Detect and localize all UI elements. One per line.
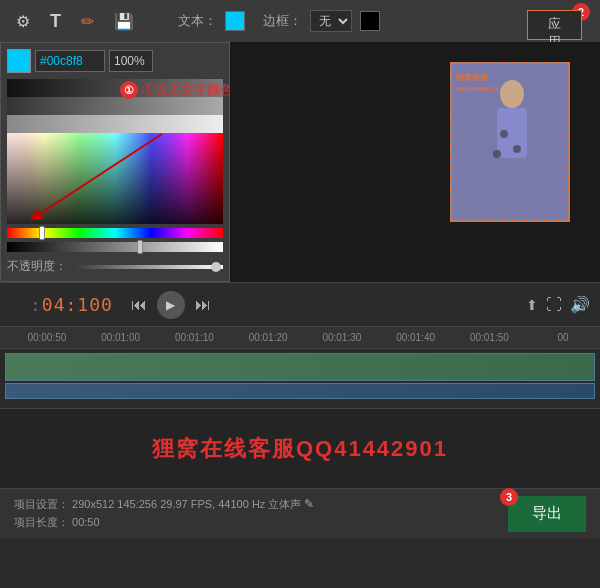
export-icon[interactable]: ⬆ (526, 297, 538, 313)
svg-rect-2 (7, 115, 223, 133)
export-section: 3 导出 (508, 496, 586, 532)
edit-settings-icon[interactable]: ✎ (304, 497, 314, 511)
tick-6: 00:01:40 (379, 332, 453, 343)
save-icon[interactable]: 💾 (108, 8, 140, 35)
status-bar: 项目设置： 290x512 145:256 29.97 FPS, 44100 H… (0, 488, 600, 538)
apply-button[interactable]: 应用 (527, 10, 582, 40)
border-color-swatch[interactable] (360, 11, 380, 31)
svg-point-9 (500, 80, 524, 108)
timeline-ruler: 00:00:50 00:01:00 00:01:10 00:01:20 00:0… (0, 326, 600, 348)
gray-slider[interactable] (7, 242, 223, 252)
text-icon[interactable]: T (44, 7, 67, 36)
project-settings-line: 项目设置： 290x512 145:256 29.97 FPS, 44100 H… (14, 495, 508, 514)
fullscreen-icon[interactable]: ⛶ (546, 296, 562, 314)
opacity-row: 不透明度： (7, 258, 223, 275)
status-info: 项目设置： 290x512 145:256 29.97 FPS, 44100 H… (14, 495, 508, 532)
export-button[interactable]: 导出 (508, 496, 586, 532)
text-label: 文本： (178, 12, 217, 30)
tick-2: 00:01:00 (84, 332, 158, 343)
pen-icon[interactable]: ✏ (75, 8, 100, 35)
skip-forward-button[interactable]: ⏭ (195, 296, 211, 314)
skip-back-button[interactable]: ⏮ (131, 296, 147, 314)
watermark-area: 狸窝在线客服QQ41442901 (0, 408, 600, 488)
project-duration-line: 项目长度： 00:50 (14, 514, 508, 532)
svg-point-14 (493, 150, 501, 158)
watermark-text: 狸窝在线客服QQ41442901 (152, 434, 448, 464)
playback-bar: :04:100 ⏮ ▶ ⏭ ⬆ ⛶ 🔊 (0, 282, 600, 326)
time-separator: : (30, 294, 42, 315)
video-overlay-text: 狸窝家园 ww.leawo.cn (456, 72, 498, 93)
step1-badge: ① (120, 81, 138, 99)
color-gradient[interactable] (7, 79, 223, 224)
video-track (0, 353, 600, 381)
opacity-input[interactable] (109, 50, 153, 72)
opacity-label: 不透明度： (7, 258, 67, 275)
hue-slider[interactable] (7, 228, 223, 238)
border-select[interactable]: 无 (310, 10, 352, 32)
svg-rect-1 (7, 97, 223, 115)
opacity-slider[interactable] (75, 265, 223, 269)
tick-1: 00:00:50 (10, 332, 84, 343)
current-color-swatch[interactable] (7, 49, 31, 73)
timeline-tracks[interactable] (0, 348, 600, 408)
svg-rect-5 (7, 133, 223, 224)
hex-input[interactable] (35, 50, 105, 72)
time-display: :04:100 (30, 294, 113, 315)
toolbar: ⚙ T ✏ 💾 文本： 边框： 无 2 应用 (0, 0, 600, 42)
video-thumbnail: 狸窝家园 ww.leawo.cn (450, 62, 570, 222)
text-color-swatch[interactable] (225, 11, 245, 31)
color-picker-panel: 不透明度： ① ①设置文字颜色 (0, 42, 230, 282)
play-button[interactable]: ▶ (157, 291, 185, 319)
settings-icon[interactable]: ⚙ (10, 8, 36, 35)
step1-label: ①设置文字颜色 (142, 81, 233, 99)
main-area: 不透明度： ① ①设置文字颜色 (0, 42, 600, 282)
color-hex-row (7, 49, 223, 73)
right-controls: ⬆ ⛶ 🔊 (526, 295, 590, 314)
export-badge: 3 (500, 488, 518, 506)
tick-8: 00 (526, 332, 600, 343)
svg-point-12 (500, 130, 508, 138)
audio-track (0, 383, 600, 411)
svg-point-13 (513, 145, 521, 153)
tick-7: 00:01:50 (453, 332, 527, 343)
playback-controls: ⏮ ▶ ⏭ (131, 291, 211, 319)
video-preview-area: 狸窝家园 ww.leawo.cn (230, 42, 600, 282)
border-label: 边框： (263, 12, 302, 30)
tick-4: 00:01:20 (231, 332, 305, 343)
video-track-block[interactable] (5, 353, 595, 381)
volume-icon[interactable]: 🔊 (570, 295, 590, 314)
tick-3: 00:01:10 (158, 332, 232, 343)
tick-5: 00:01:30 (305, 332, 379, 343)
video-thumb-inner: 狸窝家园 ww.leawo.cn (452, 64, 568, 220)
audio-track-block[interactable] (5, 383, 595, 399)
